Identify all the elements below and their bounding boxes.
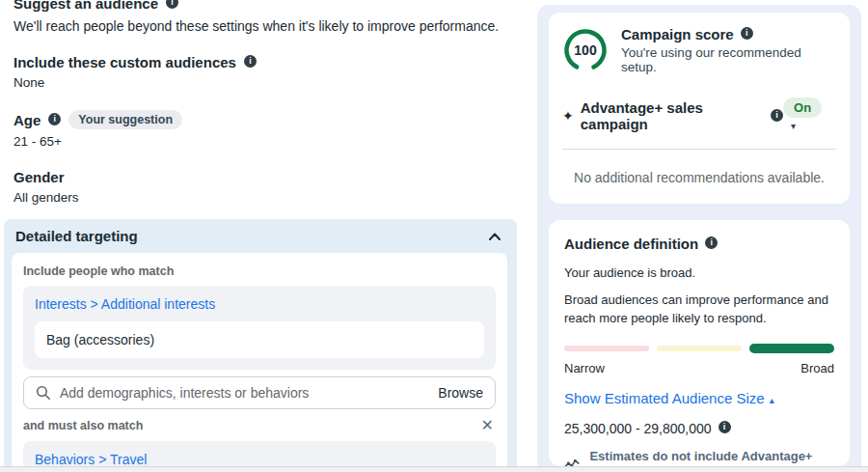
info-icon[interactable]: i [244, 55, 257, 68]
trend-line-icon [564, 457, 581, 466]
age-value: 21 - 65+ [14, 134, 527, 149]
custom-audiences-label: Include these custom audiences [14, 54, 236, 70]
divider [562, 149, 836, 150]
show-audience-size-link[interactable]: Show Estimated Audience Size▴ [564, 390, 834, 406]
detailed-targeting-header[interactable]: Detailed targeting [4, 219, 517, 253]
age-field: Age i Your suggestion 21 - 65+ [14, 110, 527, 149]
sparkle-icon: ✦ [562, 109, 574, 123]
info-icon[interactable]: i [719, 421, 731, 433]
audience-settings-column: Suggest an audience i We'll reach people… [14, 0, 527, 472]
browse-button[interactable]: Browse [438, 385, 483, 401]
and-must-match-row: and must also match ✕ [23, 418, 496, 433]
custom-audiences-field: Include these custom audiences i None [14, 54, 527, 90]
gender-value: All genders [14, 190, 527, 205]
toggle-state-badge: On [783, 97, 822, 118]
audience-status-text: Your audience is broad. [564, 265, 834, 280]
meter-segment-mid [657, 346, 742, 351]
search-icon [36, 385, 51, 401]
chevron-up-icon[interactable] [488, 232, 502, 241]
audience-size-estimate: 25,300,000 - 29,800,000 [564, 421, 712, 436]
meter-segment-broad [749, 344, 834, 353]
custom-audiences-value: None [14, 75, 527, 90]
info-icon[interactable]: i [705, 236, 718, 249]
close-icon[interactable]: ✕ [479, 418, 496, 433]
include-match-label: Include people who match [23, 264, 496, 278]
recommendations-rail: 100 Campaign score i You're using our re… [537, 5, 861, 466]
campaign-score-card: 100 Campaign score i You're using our re… [549, 13, 850, 204]
meter-narrow-label: Narrow [564, 361, 605, 375]
audience-breadth-meter [564, 344, 834, 353]
targeting-item[interactable]: Bag (accessories) [35, 321, 484, 358]
gender-field: Gender All genders [14, 169, 527, 205]
no-recommendations-text: No additional recommendations available. [562, 170, 836, 185]
campaign-score-gauge: 100 [562, 27, 609, 73]
detailed-targeting-title: Detailed targeting [15, 228, 138, 244]
campaign-score-value: 100 [562, 27, 609, 73]
campaign-score-title: Campaign score [621, 26, 734, 42]
and-match-label: and must also match [23, 419, 143, 432]
suggest-audience-heading: Suggest an audience i [14, 0, 527, 12]
targeting-search-bar: Browse [23, 376, 496, 409]
info-icon[interactable]: i [48, 113, 61, 125]
estimate-note-row: Estimates do not include Advantage+ audi… [564, 449, 834, 466]
targeting-group-interests: Interests > Additional interests Bag (ac… [23, 286, 496, 370]
targeting-search-input[interactable] [60, 385, 429, 401]
info-icon[interactable]: i [771, 109, 783, 122]
estimate-note-text: Estimates do not include Advantage+ audi… [589, 449, 834, 466]
meter-broad-label: Broad [800, 361, 834, 375]
audience-definition-card: Audience definition i Your audience is b… [549, 220, 850, 466]
suggest-audience-description: We'll reach people beyond these settings… [14, 18, 527, 34]
your-suggestion-badge: Your suggestion [68, 110, 182, 129]
campaign-score-subtitle: You're using our recommended setup. [621, 45, 836, 74]
detailed-targeting-panel: Include people who match Interests > Add… [12, 253, 507, 472]
age-label: Age [14, 112, 41, 128]
targeting-category-link[interactable]: Interests > Additional interests [35, 296, 484, 312]
info-icon[interactable]: i [166, 0, 178, 9]
caret-down-icon[interactable]: ▾ [791, 121, 796, 131]
gender-label: Gender [14, 169, 65, 185]
advantage-toggle[interactable]: On ▾ [783, 98, 836, 133]
window-bottom-edge [0, 466, 868, 472]
detailed-targeting-section: Detailed targeting Include people who ma… [4, 219, 517, 472]
info-icon[interactable]: i [741, 27, 753, 40]
targeting-category-link[interactable]: Behaviors > Travel [35, 452, 484, 467]
advantage-campaign-row: ✦ Advantage+ sales campaign i On ▾ [562, 98, 836, 133]
suggest-audience-title: Suggest an audience [14, 0, 158, 12]
meter-segment-narrow [564, 346, 649, 351]
audience-description-text: Broad audiences can improve performance … [564, 292, 834, 328]
advantage-campaign-label: Advantage+ sales campaign [581, 99, 764, 132]
audience-definition-title: Audience definition [564, 236, 698, 252]
caret-up-icon: ▴ [770, 395, 774, 405]
